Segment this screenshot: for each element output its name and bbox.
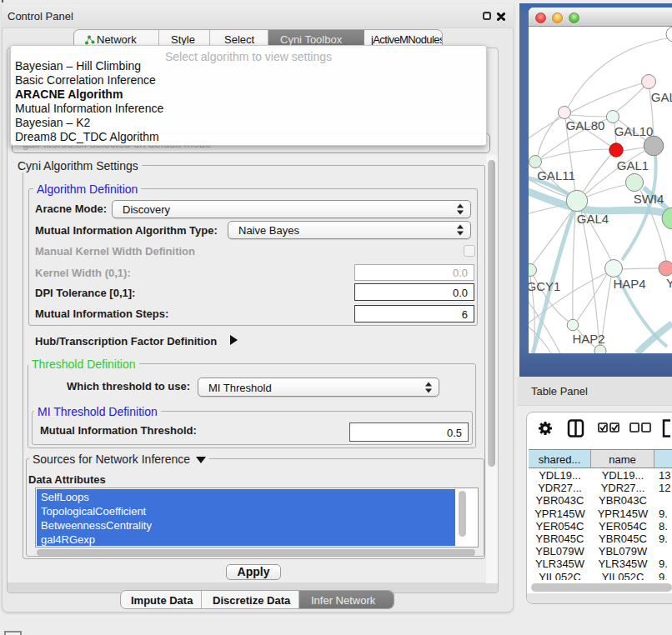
svg-text:Y: Y bbox=[666, 276, 672, 290]
svg-text:GAL4: GAL4 bbox=[577, 212, 609, 226]
svg-text:HAP2: HAP2 bbox=[572, 332, 604, 346]
svg-text:HAP4: HAP4 bbox=[613, 277, 645, 291]
svg-text:GAL1: GAL1 bbox=[617, 158, 649, 172]
svg-text:GAL80: GAL80 bbox=[566, 118, 605, 132]
svg-text:GAL2: GAL2 bbox=[651, 90, 672, 104]
svg-text:GCY1: GCY1 bbox=[529, 279, 560, 293]
svg-text:GAL11: GAL11 bbox=[537, 168, 575, 182]
svg-text:GAL10: GAL10 bbox=[614, 124, 654, 138]
svg-text:SWI4: SWI4 bbox=[634, 192, 664, 206]
